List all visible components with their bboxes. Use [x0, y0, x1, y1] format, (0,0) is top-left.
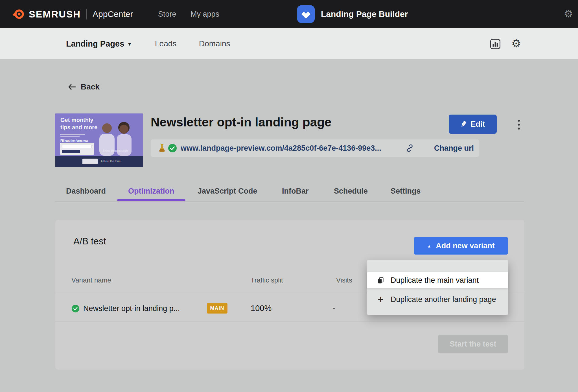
thumbnail-headline-2: tips and more [60, 124, 97, 131]
arrow-left-icon [68, 83, 76, 91]
duplicate-copy-icon [377, 277, 384, 284]
variant-check-icon [72, 305, 79, 312]
tab-settings[interactable]: Settings [391, 187, 421, 196]
nav-store[interactable]: Store [158, 10, 176, 19]
app-title: Landing Page Builder [321, 9, 408, 19]
tab-infobar[interactable]: InfoBar [282, 187, 309, 196]
thumbnail-form-button [62, 150, 80, 153]
tab-optimization[interactable]: Optimization [128, 187, 174, 196]
menu-item-label: Duplicate another landing page [391, 295, 496, 304]
landing-page-builder-icon[interactable] [297, 5, 315, 23]
chevron-down-icon: ▾ [128, 40, 131, 47]
sub-nav: Landing Pages ▾ Leads Domains ⚙ [0, 28, 578, 59]
start-test-button[interactable]: Start the test [438, 335, 508, 353]
thumbnail-form-input [62, 145, 91, 148]
brand-name: SEMRUSH [29, 9, 81, 20]
settings-gear-icon[interactable]: ⚙ [564, 8, 573, 20]
brand-divider [86, 9, 87, 19]
copy-link-icon[interactable] [405, 144, 414, 153]
report-chart-icon[interactable] [490, 39, 501, 49]
main-badge: MAIN [207, 303, 227, 314]
nav-landing-pages-label: Landing Pages [66, 39, 124, 48]
tab-schedule[interactable]: Schedule [334, 187, 368, 196]
diamond-icon [300, 8, 312, 20]
semrush-logo-icon [12, 8, 24, 20]
app-settings-gear-icon[interactable]: ⚙ [511, 37, 521, 50]
thumbnail-form-panel [60, 143, 94, 155]
menu-item-label: Duplicate the main variant [391, 276, 479, 285]
pencil-icon: ✎ [460, 119, 467, 129]
visits-value: - [332, 304, 335, 313]
landing-page-thumbnail: Get monthly tips and more Fill out the f… [55, 113, 143, 167]
thumbnail-caption: Show the next steps [103, 149, 128, 152]
tab-javascript-code[interactable]: JavaScript Code [198, 187, 257, 196]
url-row: www.landpage-preview.com/4a285c0f-6e7e-4… [151, 139, 479, 157]
add-variant-dropdown-menu: Duplicate the main variant + Duplicate a… [367, 260, 508, 315]
preview-url-link[interactable]: www.landpage-preview.com/4a285c0f-6e7e-4… [181, 139, 381, 157]
back-label: Back [81, 82, 100, 91]
menu-item-duplicate-main-variant[interactable]: Duplicate the main variant [367, 272, 508, 288]
ab-test-title: A/B test [73, 236, 106, 247]
start-test-label: Start the test [450, 340, 496, 349]
nav-my-apps[interactable]: My apps [191, 10, 219, 19]
thumbnail-form-cta: Fill out the form now [60, 139, 88, 142]
change-url-link[interactable]: Change url [434, 139, 474, 157]
ab-test-flask-icon [157, 143, 167, 153]
table-divider [55, 321, 524, 321]
app-window: SEMRUSH AppCenter Store My apps Landing … [0, 0, 578, 392]
edit-button-label: Edit [470, 120, 485, 129]
column-header-traffic-split: Traffic split [251, 276, 283, 284]
brand-product: AppCenter [93, 9, 133, 19]
thumbnail-text-line [60, 136, 80, 137]
thumbnail-footer-text: Fill out the form [101, 160, 121, 163]
column-header-variant-name: Variant name [71, 276, 111, 284]
menu-item-duplicate-another-landing-page[interactable]: + Duplicate another landing page [367, 292, 508, 307]
column-header-visits: Visits [336, 276, 352, 284]
chevron-up-icon: ▲ [427, 244, 431, 248]
traffic-split-value: 100% [251, 304, 272, 313]
add-new-variant-button[interactable]: ▲ Add new variant [414, 237, 508, 255]
active-tab-underline [117, 199, 185, 201]
tab-dashboard[interactable]: Dashboard [66, 187, 106, 196]
edit-button[interactable]: ✎ Edit [449, 115, 497, 134]
thumbnail-footer-strip: Fill out the form [55, 156, 143, 167]
plus-icon: + [377, 294, 384, 305]
more-options-kebab-icon[interactable] [513, 117, 524, 132]
nav-domains[interactable]: Domains [199, 39, 230, 48]
thumbnail-footer-box [82, 159, 98, 164]
thumbnail-text-line [60, 134, 85, 135]
back-button[interactable]: Back [68, 82, 100, 91]
nav-landing-pages[interactable]: Landing Pages ▾ [66, 39, 131, 48]
nav-leads[interactable]: Leads [155, 39, 176, 48]
status-check-icon [168, 144, 177, 152]
variant-name: Newsletter opt-in landing p... [83, 304, 180, 313]
add-new-variant-label: Add new variant [436, 242, 495, 250]
top-bar: SEMRUSH AppCenter Store My apps Landing … [0, 0, 578, 28]
thumbnail-headline-1: Get monthly [60, 117, 93, 123]
semrush-brand[interactable]: SEMRUSH AppCenter [12, 0, 133, 28]
page-title: Newsletter opt-in landing page [151, 115, 332, 129]
